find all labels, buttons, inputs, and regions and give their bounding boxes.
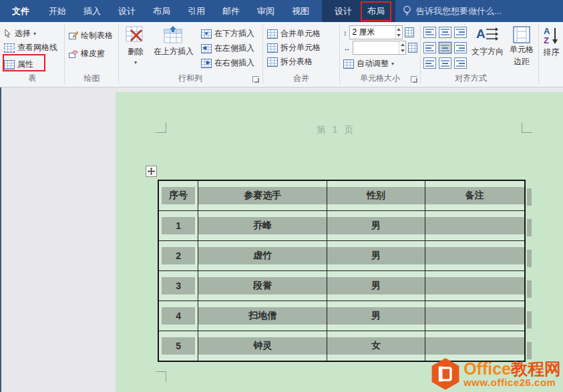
spin-down-icon[interactable]: [396, 33, 402, 39]
distribute-rows-icon[interactable]: [405, 27, 414, 37]
tab-references[interactable]: 引用: [179, 0, 214, 22]
group-draw: 绘制表格 橡皮擦 绘图: [66, 22, 118, 86]
merge-cells-button[interactable]: 合并单元格: [264, 27, 338, 41]
group-cell-size: ↕ ↔: [341, 22, 419, 86]
autofit-button[interactable]: 自动调整 ▾: [341, 57, 419, 71]
align-top-left-button[interactable]: [423, 27, 436, 38]
tab-table-layout-active[interactable]: 布局: [361, 1, 391, 21]
table-cell[interactable]: 男: [327, 271, 425, 301]
align-bottom-right-button[interactable]: [454, 57, 467, 69]
tell-me-box[interactable]: 告诉我您想要做什么...: [402, 5, 502, 17]
table-cell[interactable]: 扫地僧: [198, 301, 327, 331]
align-center-button[interactable]: [439, 42, 451, 53]
spinner-buttons[interactable]: [399, 41, 405, 54]
tab-view[interactable]: 视图: [283, 0, 318, 22]
align-bottom-center-button[interactable]: [439, 57, 451, 69]
delete-button[interactable]: 删除 ▾: [122, 22, 149, 65]
delete-table-icon: [126, 26, 146, 44]
table-cell[interactable]: 2: [158, 241, 198, 271]
header-cell[interactable]: 序号: [158, 180, 198, 211]
tab-table-design[interactable]: 设计: [326, 0, 361, 22]
row-end-mark: [527, 280, 532, 298]
align-top-center-button[interactable]: [439, 27, 451, 38]
spin-up-icon[interactable]: [399, 41, 405, 48]
column-width-spinner[interactable]: [353, 41, 406, 55]
align-center-right-button[interactable]: [454, 42, 467, 53]
table-cell[interactable]: 1: [158, 211, 198, 241]
text-direction-button[interactable]: A 文字方向: [470, 22, 505, 57]
chevron-down-icon: ▾: [134, 59, 137, 65]
merge-cells-label: 合并单元格: [280, 28, 321, 39]
rows-columns-dialog-launcher[interactable]: [252, 76, 259, 83]
column-width-icon: ↔: [343, 44, 351, 52]
spinner-buttons[interactable]: [395, 26, 402, 39]
eraser-label: 橡皮擦: [81, 48, 105, 59]
header-cell[interactable]: 参赛选手: [198, 180, 327, 211]
table-cell[interactable]: [425, 301, 525, 331]
row-height-input[interactable]: [350, 26, 395, 39]
spin-up-icon[interactable]: [396, 26, 402, 33]
tab-design[interactable]: 设计: [110, 0, 144, 22]
eraser-icon: [69, 50, 78, 58]
table-cell[interactable]: 男: [327, 211, 425, 241]
document-page[interactable]: 第 1 页 序号 参赛选手 性别: [116, 92, 563, 392]
insert-above-button[interactable]: 在上方插入: [152, 22, 196, 57]
tab-mailings[interactable]: 邮件: [214, 0, 248, 22]
window-edge: [0, 87, 1, 392]
split-cells-icon: [267, 43, 278, 53]
table-cell[interactable]: 3: [158, 271, 198, 301]
insert-right-button[interactable]: ▶ 在右侧插入: [198, 56, 254, 70]
table-cell[interactable]: [425, 241, 525, 271]
cell-size-dialog-launcher[interactable]: [411, 76, 417, 83]
insert-left-icon: ◀: [201, 44, 212, 53]
view-gridlines-button[interactable]: 查看网格线: [1, 41, 63, 55]
alignment-grid: [423, 27, 469, 72]
split-table-button[interactable]: 拆分表格: [264, 55, 338, 69]
table-cell[interactable]: [425, 271, 525, 301]
align-bottom-left-button[interactable]: [423, 57, 436, 69]
table-cell[interactable]: 男: [327, 241, 425, 271]
autofit-label: 自动调整: [357, 58, 389, 69]
tab-file[interactable]: 文件: [1, 0, 40, 22]
header-cell[interactable]: 性别: [327, 180, 425, 211]
spin-down-icon[interactable]: [399, 48, 405, 55]
pencil-table-icon: [69, 31, 78, 40]
select-button[interactable]: 选择 ▾: [1, 27, 63, 41]
table-cell[interactable]: 虚竹: [198, 241, 327, 271]
draw-table-button[interactable]: 绘制表格: [66, 29, 118, 43]
table-cell[interactable]: [425, 211, 525, 241]
align-center-left-button[interactable]: [423, 42, 436, 53]
table-cell[interactable]: 4: [158, 301, 198, 331]
eraser-button[interactable]: 橡皮擦: [66, 47, 118, 61]
column-width-input[interactable]: [353, 41, 399, 54]
contestants-table[interactable]: 序号 参赛选手 性别 备注 1 乔峰 男 2 虚竹 男: [158, 180, 526, 362]
table-cell[interactable]: 男: [327, 301, 425, 331]
align-top-right-button[interactable]: [454, 27, 467, 38]
table-cell[interactable]: 5: [158, 331, 198, 362]
tab-layout[interactable]: 布局: [144, 0, 179, 22]
table-row: 2 虚竹 男: [158, 241, 525, 271]
cell-margins-button[interactable]: 单元格 边距: [506, 22, 537, 67]
header-cell[interactable]: 备注: [425, 180, 525, 211]
word-window: 文件 开始 插入 设计 布局 引用 邮件 审阅 视图 设计 布局 告诉我您想要做…: [0, 0, 563, 392]
draw-table-label: 绘制表格: [81, 30, 113, 41]
tab-home[interactable]: 开始: [40, 0, 75, 22]
table-move-handle[interactable]: [146, 166, 157, 177]
row-end-mark: [527, 188, 532, 206]
distribute-columns-icon[interactable]: [408, 43, 417, 53]
insert-left-label: 在左侧插入: [214, 43, 254, 54]
insert-left-button[interactable]: ◀ 在左侧插入: [198, 41, 254, 55]
tab-review[interactable]: 审阅: [248, 0, 283, 22]
row-end-mark: [527, 250, 532, 267]
tab-insert[interactable]: 插入: [75, 0, 110, 22]
table-cell[interactable]: 女: [327, 331, 425, 362]
table-cell[interactable]: 钟灵: [198, 331, 327, 362]
row-height-control: ↕: [341, 25, 419, 39]
office-logo-icon: [430, 357, 461, 391]
insert-below-button[interactable]: ▼ 在下方插入: [198, 27, 254, 41]
sort-button[interactable]: A Z 排序: [540, 22, 563, 58]
table-cell[interactable]: 段誉: [198, 271, 327, 301]
row-height-spinner[interactable]: [349, 25, 403, 39]
split-cells-button[interactable]: 拆分单元格: [264, 41, 338, 55]
table-cell[interactable]: 乔峰: [198, 211, 327, 241]
